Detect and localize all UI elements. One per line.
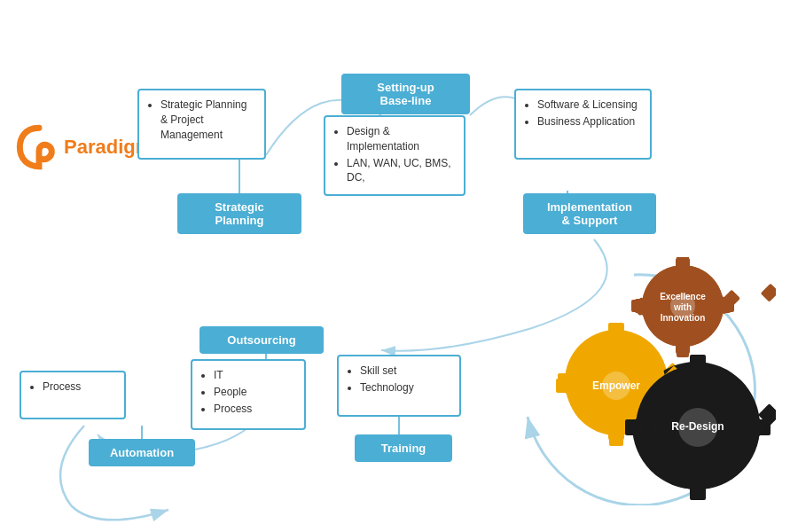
list-item: Business Application	[537, 114, 641, 129]
excellence-label2: with	[673, 302, 692, 312]
outsourcing-list: IT People Process	[201, 368, 295, 416]
automation-list: Process	[30, 379, 115, 395]
strategic-planning-list: Strategic Planning & Project Management	[148, 98, 255, 142]
diagram-container: Paradigm Strategic Planning & Project Ma…	[0, 0, 798, 532]
training-content-box: Skill set Technology	[337, 355, 461, 417]
implementation-list: Software & Licensing Business Applicatio…	[525, 98, 641, 129]
logo-letter: P	[64, 136, 77, 158]
list-item: Design & Implementation	[347, 124, 455, 154]
svg-rect-49	[690, 355, 706, 371]
implementation-content-box: Software & Licensing Business Applicatio…	[514, 89, 652, 160]
gears-svg: Excellence with Innovation Empower Re-De…	[492, 257, 776, 505]
svg-rect-30	[677, 343, 689, 357]
list-item: IT	[214, 368, 295, 383]
setting-up-content-box: Design & Implementation LAN, WAN, UC, BM…	[324, 115, 466, 196]
excellence-label3: Innovation	[661, 313, 706, 323]
logo: Paradigm	[16, 124, 153, 170]
list-item: Strategic Planning & Project Management	[160, 98, 255, 142]
excellence-label: Excellence	[660, 292, 706, 301]
logo-icon	[16, 124, 62, 170]
list-item: Technology	[360, 380, 450, 395]
empower-label: Empower	[592, 379, 640, 392]
setting-up-label: Setting-upBase-line	[341, 74, 470, 114]
svg-rect-12	[761, 284, 776, 302]
svg-rect-40	[609, 432, 623, 446]
setting-up-list: Design & Implementation LAN, WAN, UC, BM…	[334, 124, 455, 185]
list-item: Process	[214, 402, 295, 417]
svg-rect-29	[677, 257, 689, 269]
outsourcing-content-box: IT People Process	[191, 359, 306, 430]
list-item: LAN, WAN, UC, BMS, DC,	[347, 156, 455, 186]
list-item: Skill set	[360, 364, 450, 379]
redesign-label: Re-Design	[671, 420, 724, 433]
list-item: People	[214, 385, 295, 400]
implementation-label: Implementation& Support	[523, 193, 656, 234]
automation-label: Automation	[89, 439, 195, 466]
list-item: Software & Licensing	[537, 98, 641, 113]
list-item: Process	[43, 379, 115, 395]
strategic-planning-label: StrategicPlanning	[177, 193, 301, 234]
strategic-planning-content-box: Strategic Planning & Project Management	[137, 89, 266, 160]
training-label: Training	[355, 434, 452, 462]
svg-rect-50	[690, 484, 706, 500]
automation-content-box: Process	[20, 371, 126, 419]
svg-rect-39	[609, 325, 623, 340]
outsourcing-label: Outsourcing	[200, 326, 324, 354]
training-list: Skill set Technology	[348, 364, 450, 395]
